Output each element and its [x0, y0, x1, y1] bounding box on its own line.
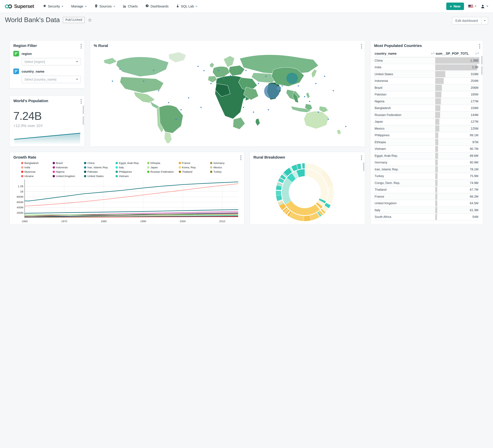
table-row[interactable]: India1.3B: [374, 64, 479, 71]
table-row[interactable]: Turkey75.9M: [374, 173, 479, 179]
legend-item[interactable]: Ethiopia: [147, 161, 178, 164]
legend-item[interactable]: Nigeria: [53, 170, 83, 173]
legend-item[interactable]: Philippines: [115, 170, 146, 173]
legend-item[interactable]: Ukraine: [21, 175, 52, 177]
top-nav: Superset SecurityManageSourcesChartsDash…: [0, 0, 493, 13]
column-header-country[interactable]: country_name▲▼: [374, 50, 435, 57]
superset-dashboard: Superset SecurityManageSourcesChartsDash…: [0, 0, 493, 224]
scrollbar[interactable]: [481, 56, 482, 65]
table-row[interactable]: South Africa54M: [374, 213, 479, 220]
nav-item-security[interactable]: Security: [43, 4, 64, 9]
scrollbar[interactable]: [83, 105, 84, 114]
table-row[interactable]: United Kingdom64.5M: [374, 200, 479, 207]
legend-item[interactable]: Russian Federation: [147, 170, 178, 173]
new-button[interactable]: + New: [446, 2, 464, 10]
user-menu[interactable]: [481, 4, 488, 8]
table-row[interactable]: Germany80.9M: [374, 159, 479, 166]
kebab-menu-icon[interactable]: [360, 43, 363, 49]
table-row[interactable]: France66.2M: [374, 193, 479, 200]
superset-logo[interactable]: Superset: [5, 3, 34, 9]
world-map[interactable]: [94, 48, 361, 143]
legend-item[interactable]: Japan: [147, 166, 178, 169]
nav-item-sql-lab[interactable]: SQL Lab: [176, 4, 198, 9]
growth-rate-chart[interactable]: 196019701980199020002010200M400M600M800M…: [13, 178, 241, 224]
nav-item-charts[interactable]: Charts: [123, 4, 138, 8]
filter-select-country_name[interactable]: Select [country_name]: [22, 76, 81, 83]
table-row[interactable]: Indonesia254M: [374, 77, 479, 84]
legend-item[interactable]: Indonesia: [53, 166, 83, 169]
table-row[interactable]: Ethiopia97M: [374, 139, 479, 145]
table-row[interactable]: Philippines99.1M: [374, 132, 479, 139]
svg-text:800M: 800M: [17, 195, 23, 198]
edit-dashboard-caret[interactable]: [482, 17, 488, 24]
legend-item[interactable]: China: [84, 161, 114, 164]
edit-dashboard-button[interactable]: Edit dashboard: [452, 17, 482, 24]
locale-switcher[interactable]: [468, 5, 477, 8]
table-row[interactable]: Pakistan185M: [374, 91, 479, 98]
legend-item[interactable]: Thailand: [179, 170, 209, 173]
panel-title: Rural Breakdown: [253, 155, 361, 159]
growth-rate-legend: BangladeshBrazilChinaEgypt, Arab Rep.Eth…: [21, 161, 241, 177]
published-badge[interactable]: Published: [63, 17, 85, 23]
chevron-down-icon: [76, 61, 78, 62]
kebab-menu-icon[interactable]: [240, 155, 242, 161]
table-row[interactable]: Japan127M: [374, 118, 479, 125]
table-row[interactable]: Congo, Dem. Rep.74.9M: [374, 179, 479, 186]
most-populated-table: country_name▲▼ sum__SP_POP_TOTL▲▼ China1…: [374, 50, 479, 220]
table-row[interactable]: Italy61.3M: [374, 207, 479, 213]
page-title: World Bank's Data: [5, 16, 60, 24]
legend-item[interactable]: Turkey: [210, 170, 241, 173]
filter-select-region[interactable]: Select [region]: [22, 58, 81, 66]
legend-item[interactable]: Pakistan: [84, 170, 114, 173]
table-row[interactable]: Nigeria177M: [374, 98, 479, 105]
legend-item[interactable]: Germany: [210, 161, 241, 164]
legend-item[interactable]: Iran, Islamic Rep.: [84, 166, 114, 169]
favorite-star-icon[interactable]: ☆: [88, 17, 92, 23]
nav-item-sources[interactable]: Sources: [95, 4, 115, 9]
table-row[interactable]: Brazil206M: [374, 84, 479, 91]
database-icon: [95, 4, 98, 9]
table-row[interactable]: China1.36B: [374, 57, 479, 64]
rural-breakdown-sunburst[interactable]: [253, 159, 361, 224]
kebab-menu-icon[interactable]: [80, 98, 82, 104]
legend-item[interactable]: India: [21, 166, 52, 169]
table-row[interactable]: Vietnam90.7M: [374, 145, 479, 152]
scrollbar[interactable]: [481, 66, 482, 75]
legend-item[interactable]: Italy: [115, 166, 146, 169]
legend-item[interactable]: Bangladesh: [21, 161, 52, 164]
table-row[interactable]: United States319M: [374, 71, 479, 77]
table-row[interactable]: Iran, Islamic Rep.78.1M: [374, 166, 479, 173]
legend-item[interactable]: France: [179, 161, 209, 164]
table-row[interactable]: Bangladesh159M: [374, 105, 479, 111]
table-row[interactable]: Thailand67.7M: [374, 186, 479, 193]
legend-item[interactable]: Myanmar: [21, 170, 52, 173]
panel-worlds-population: World's Population 7.24B +12.9% over 10Y: [10, 96, 85, 147]
gear-icon: [43, 4, 46, 9]
nav-item-dashboards[interactable]: Dashboards: [146, 4, 168, 9]
legend-item[interactable]: Vietnam: [115, 175, 146, 177]
legend-item[interactable]: Mexico: [210, 166, 241, 169]
table-row[interactable]: Russian Federation144M: [374, 111, 479, 118]
legend-item[interactable]: Brazil: [53, 161, 83, 164]
infinity-logo-icon: [5, 4, 12, 9]
panel-rural-breakdown: Rural Breakdown: [250, 152, 365, 224]
kebab-menu-icon[interactable]: [80, 43, 82, 49]
scrollbar[interactable]: [83, 116, 84, 125]
svg-text:600M: 600M: [17, 201, 23, 204]
flask-icon: [176, 4, 179, 9]
legend-item[interactable]: Egypt, Arab Rep.: [115, 161, 146, 164]
us-flag-icon: [468, 5, 473, 8]
legend-item[interactable]: United Kingdom: [53, 175, 83, 177]
legend-item[interactable]: United States: [84, 175, 114, 177]
table-row[interactable]: Mexico125M: [374, 125, 479, 132]
column-header-population[interactable]: sum__SP_POP_TOTL▲▼: [435, 50, 479, 57]
kebab-menu-icon[interactable]: [479, 43, 481, 49]
user-icon: [481, 4, 485, 8]
chevron-down-icon: [76, 79, 78, 80]
kebab-menu-icon[interactable]: [360, 155, 363, 161]
brand-name: Superset: [14, 3, 34, 9]
table-row[interactable]: Egypt, Arab Rep.89.6M: [374, 152, 479, 159]
nav-item-manage[interactable]: Manage: [71, 4, 87, 8]
legend-item[interactable]: Korea, Rep.: [179, 166, 209, 169]
scrollbar[interactable]: [363, 163, 364, 171]
